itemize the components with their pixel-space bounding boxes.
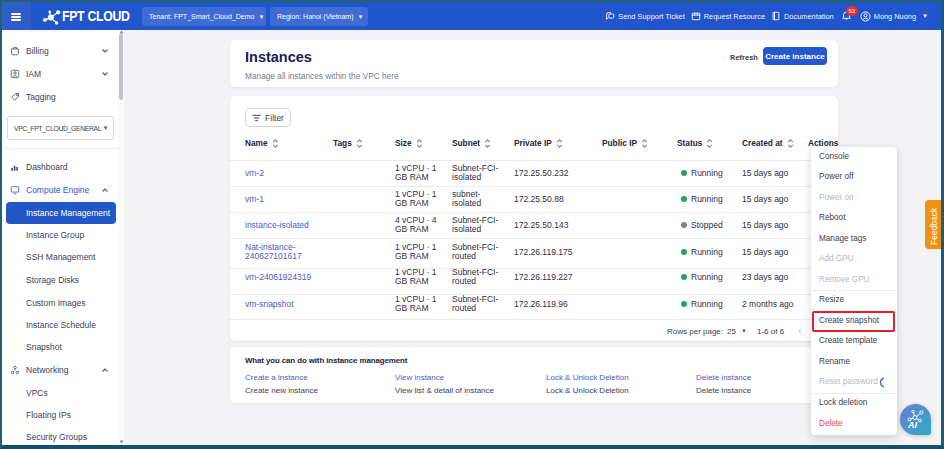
svg-text:AI: AI: [907, 420, 917, 430]
